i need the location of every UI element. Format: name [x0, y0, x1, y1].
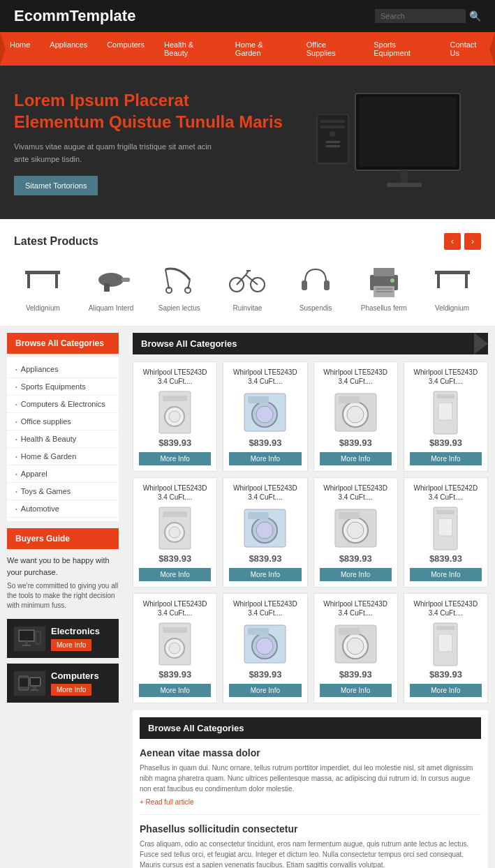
svg-point-60 [347, 406, 364, 423]
nav-item-office-supplies[interactable]: Office Supplies [297, 32, 364, 66]
sidebar-item-sports-equipments[interactable]: Sports Equipments [7, 378, 119, 396]
prev-arrow[interactable]: ‹ [444, 233, 461, 250]
product-title: Whirlpool LTE5243D 3.4 CuFt.... [320, 599, 392, 619]
electronics-promo-icon [14, 627, 45, 651]
computers-more-info-btn[interactable]: More Info [51, 684, 91, 696]
buyers-guide-sub: So we're committed to giving you all the… [7, 581, 119, 611]
drill-icon [87, 260, 135, 299]
product-more-info-btn[interactable]: More Info [229, 568, 301, 581]
product-title: Whirlpool LTE5243D 3.4 CuFt.... [320, 484, 392, 503]
product-title: Whirlpool LTE5242D 3.4 CuFt.... [410, 484, 482, 503]
svg-rect-2 [401, 170, 408, 184]
hero-image [300, 87, 481, 198]
sidebar-item-home-garden[interactable]: Home & Garden [7, 448, 119, 465]
product-title: Whirlpool LTE5243D 3.4 CuFt.... [229, 599, 301, 619]
product-more-info-btn[interactable]: More Info [139, 452, 211, 465]
nav-item-contact-us[interactable]: Contact Us [440, 32, 495, 66]
svg-rect-28 [324, 280, 330, 290]
svg-rect-49 [31, 689, 38, 691]
svg-rect-43 [36, 631, 40, 644]
carousel-item-name: Veldignium [15, 304, 71, 312]
svg-rect-9 [326, 145, 340, 147]
product-price: $839.93 [320, 553, 392, 564]
search-button[interactable]: 🔍 [469, 10, 481, 22]
svg-rect-87 [248, 628, 269, 635]
svg-rect-51 [163, 396, 187, 401]
read-more-link[interactable]: + Read full article [140, 798, 481, 806]
product-title: Whirlpool LTE5243D 3.4 CuFt.... [410, 368, 482, 387]
product-price: $839.93 [229, 669, 301, 680]
svg-rect-30 [374, 268, 394, 276]
svg-rect-47 [31, 678, 40, 685]
sidebar-item-health-beauty[interactable]: Health & Beauty [7, 431, 119, 448]
nav-item-home[interactable]: Home [0, 32, 40, 66]
product-more-info-btn[interactable]: More Info [320, 452, 392, 465]
svg-rect-72 [248, 512, 269, 519]
sidebar-item-office-supplies[interactable]: Office supplies [7, 413, 119, 431]
electronics-more-info-btn[interactable]: More Info [51, 639, 91, 651]
product-more-info-btn[interactable]: More Info [410, 452, 482, 465]
article-item: Phasellus sollicitudin consectetur Cras … [140, 823, 481, 868]
sidebar-item-computers-electronics[interactable]: Computers & Electronics [7, 396, 119, 413]
svg-rect-11 [27, 274, 30, 288]
svg-rect-33 [376, 291, 392, 292]
hero-button[interactable]: Sitamet Tortorions [14, 176, 98, 195]
next-arrow[interactable]: › [464, 233, 481, 250]
product-image [421, 623, 470, 665]
svg-point-83 [169, 643, 180, 654]
search-input[interactable] [375, 9, 466, 23]
product-more-info-btn[interactable]: More Info [410, 684, 482, 697]
product-image [331, 391, 380, 433]
svg-point-90 [347, 638, 364, 654]
sidebar-item-appliances[interactable]: Appliances [7, 361, 119, 378]
product-title: Whirlpool LTE5243D 3.4 CuFt.... [139, 599, 211, 619]
hero-description: Vivamus vitae augue at quam frigilla tri… [14, 141, 223, 165]
product-more-info-btn[interactable]: More Info [229, 684, 301, 697]
nav-item-health-&-beauty[interactable]: Health & Beauty [154, 32, 226, 66]
latest-products-section: Latest Products ‹ › VeldigniumAliquam In… [0, 219, 495, 326]
nav-item-sports-equipment[interactable]: Sports Equipment [364, 32, 440, 66]
hero-section: Lorem Ipsum Placerat Elementum Quistue T… [0, 66, 495, 219]
product-more-info-btn[interactable]: More Info [229, 452, 301, 465]
nav-item-computers[interactable]: Computers [97, 32, 154, 66]
svg-rect-27 [302, 280, 307, 290]
product-more-info-btn[interactable]: More Info [320, 568, 392, 581]
svg-rect-64 [438, 403, 452, 420]
product-image [151, 623, 200, 665]
svg-rect-61 [339, 396, 360, 403]
article-divider [140, 814, 481, 815]
product-card: Whirlpool LTE5243D 3.4 CuFt.... $839.93 … [133, 361, 217, 472]
sidebar-item-automotive[interactable]: Automotive [7, 500, 119, 518]
svg-rect-36 [437, 274, 440, 288]
printer-icon [360, 260, 408, 299]
product-more-info-btn[interactable]: More Info [139, 684, 211, 697]
svg-rect-3 [387, 183, 422, 187]
main-nav: HomeAppliancesComputersHealth & BeautyHo… [0, 32, 495, 66]
sidebar-item-apparel[interactable]: Apparel [7, 465, 119, 483]
sidebar-item-toys-games[interactable]: Toys & Games [7, 483, 119, 500]
svg-rect-57 [248, 396, 269, 403]
svg-rect-12 [55, 274, 58, 288]
product-card: Whirlpool LTE5243D 3.4 CuFt.... $839.93 … [133, 477, 217, 588]
product-image [151, 507, 200, 549]
nav-item-appliances[interactable]: Appliances [40, 32, 97, 66]
svg-line-23 [237, 275, 246, 285]
svg-point-53 [169, 411, 180, 422]
product-card: Whirlpool LTE5243D 3.4 CuFt.... $839.93 … [404, 593, 488, 703]
product-card: Whirlpool LTE5243D 3.4 CuFt.... $839.93 … [313, 593, 398, 703]
svg-rect-78 [436, 510, 455, 514]
product-more-info-btn[interactable]: More Info [410, 568, 482, 581]
logo: EcommTemplate [14, 7, 135, 25]
product-card: Whirlpool LTE5243D 3.4 CuFt.... $839.93 … [223, 361, 307, 472]
article-body: Cras aliquam, odio ac consectetur tincid… [140, 839, 481, 868]
nav-item-home-&-garden[interactable]: Home & Garden [226, 32, 297, 66]
product-more-info-btn[interactable]: More Info [139, 568, 211, 581]
product-card: Whirlpool LTE5243D 3.4 CuFt.... $839.93 … [223, 477, 307, 588]
computers-promo-info: Computers More Info [51, 671, 112, 696]
svg-point-71 [256, 522, 273, 539]
article-browse-header: Browse All Categories [140, 717, 481, 739]
product-more-info-btn[interactable]: More Info [320, 684, 392, 697]
product-price: $839.93 [410, 669, 482, 680]
article-section: Browse All Categories Aenean vitae massa… [133, 710, 488, 868]
svg-rect-93 [436, 626, 455, 630]
